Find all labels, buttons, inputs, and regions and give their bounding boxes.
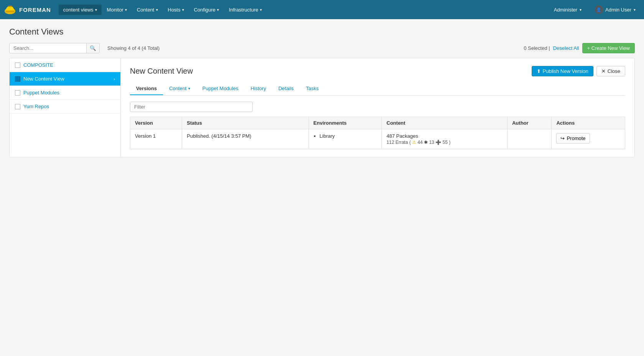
foreman-logo-icon	[4, 3, 16, 16]
page-container: Content Views 🔍 Showing 4 of 4 (4 Total)…	[0, 19, 644, 165]
yum-repos-checkbox[interactable]	[15, 104, 20, 109]
brand-logo-link[interactable]: FOREMAN	[4, 3, 51, 16]
versions-table-header: Version Status Environments Content Auth…	[130, 117, 625, 129]
sidebar: COMPOSITE New Content View › Puppet Modu…	[10, 58, 121, 157]
tab-content[interactable]: Content ▾	[163, 82, 196, 95]
content-tab-caret: ▾	[188, 86, 190, 91]
table-row: Version 1 Published. (4/15/14 3:57 PM) L…	[130, 129, 625, 149]
packages-info: 487 Packages	[386, 133, 503, 139]
svg-rect-2	[8, 6, 12, 7]
nav-user-menu[interactable]: 👤 Admin User ▾	[590, 3, 640, 16]
detail-actions: ⬆ Publish New Version ✕ Close	[532, 66, 625, 76]
col-content: Content	[382, 117, 508, 129]
row-environments: Library	[309, 129, 382, 149]
tab-versions[interactable]: Versions	[130, 82, 163, 95]
sidebar-item-puppet-modules[interactable]: Puppet Modules	[10, 86, 120, 100]
nav-infrastructure-caret: ▾	[260, 8, 262, 12]
errata-security-count: 44	[417, 140, 422, 145]
puppet-modules-checkbox[interactable]	[15, 90, 20, 96]
tab-tasks[interactable]: Tasks	[300, 82, 325, 95]
env-library: Library	[320, 133, 377, 139]
main-content-area: COMPOSITE New Content View › Puppet Modu…	[9, 58, 635, 157]
tab-history[interactable]: History	[245, 82, 272, 95]
sidebar-item-new-content-view[interactable]: New Content View ›	[10, 72, 120, 86]
errata-bug-count: 13	[429, 140, 434, 145]
env-list: Library	[320, 133, 377, 139]
administer-caret: ▾	[580, 8, 582, 12]
search-box: 🔍	[9, 43, 100, 53]
new-content-view-arrow-icon: ›	[113, 77, 115, 81]
row-actions: ↪ Promote	[552, 129, 625, 149]
composite-checkbox[interactable]	[15, 63, 20, 68]
row-version: Version 1	[130, 129, 182, 149]
tabs: Versions Content ▾ Puppet Modules Histor…	[130, 82, 625, 96]
sidebar-item-composite[interactable]: COMPOSITE	[10, 58, 120, 72]
nav-administer[interactable]: Administer ▾	[549, 5, 586, 15]
row-status: Published. (4/15/14 3:57 PM)	[182, 129, 309, 149]
selected-count: 0 Selected |	[524, 45, 550, 51]
page-title: Content Views	[9, 27, 635, 37]
close-button[interactable]: ✕ Close	[596, 66, 625, 76]
sidebar-item-yum-repos[interactable]: Yum Repos	[10, 100, 120, 114]
publish-new-version-button[interactable]: ⬆ Publish New Version	[532, 66, 593, 76]
toolbar: 🔍 Showing 4 of 4 (4 Total) 0 Selected | …	[9, 43, 635, 53]
toolbar-left: 🔍 Showing 4 of 4 (4 Total)	[9, 43, 159, 53]
col-actions: Actions	[552, 117, 625, 129]
errata-security-icon: ⚠	[412, 140, 416, 145]
errata-bug-icon: ✱	[424, 140, 428, 145]
nav-item-monitor[interactable]: Monitor ▾	[102, 5, 131, 15]
nav-right: Administer ▾ 👤 Admin User ▾	[549, 3, 640, 16]
showing-count: Showing 4 of 4 (4 Total)	[107, 45, 159, 51]
col-status: Status	[182, 117, 309, 129]
detail-panel: New Content View ⬆ Publish New Version ✕…	[121, 58, 634, 157]
nav-content-views-caret: ▾	[95, 8, 97, 12]
promote-icon: ↪	[560, 135, 565, 141]
nav-content-caret: ▾	[156, 8, 158, 12]
versions-table: Version Status Environments Content Auth…	[130, 117, 625, 149]
search-button[interactable]: 🔍	[86, 43, 99, 53]
top-navigation: FOREMAN content views ▾ Monitor ▾ Conten…	[0, 0, 644, 19]
nav-item-content[interactable]: Content ▾	[132, 5, 163, 15]
nav-hosts-caret: ▾	[182, 8, 184, 12]
sidebar-item-composite-label: COMPOSITE	[23, 62, 115, 68]
filter-input[interactable]	[130, 102, 253, 112]
sidebar-item-yum-repos-label: Yum Repos	[23, 104, 115, 109]
col-version: Version	[130, 117, 182, 129]
svg-rect-1	[5, 11, 15, 12]
toolbar-right: 0 Selected | Deselect All + Create New V…	[524, 43, 635, 53]
tab-details[interactable]: Details	[272, 82, 300, 95]
nav-item-infrastructure[interactable]: Infrastructure ▾	[224, 5, 266, 15]
sidebar-item-puppet-modules-label: Puppet Modules	[23, 90, 115, 96]
detail-header: New Content View ⬆ Publish New Version ✕…	[130, 66, 625, 76]
user-avatar-icon: 👤	[595, 5, 603, 14]
create-new-view-button[interactable]: + Create New View	[582, 43, 635, 53]
errata-enhance-icon: ➕	[435, 140, 441, 145]
close-icon: ✕	[601, 68, 606, 74]
detail-title: New Content View	[130, 67, 193, 76]
nav-item-hosts[interactable]: Hosts ▾	[163, 5, 189, 15]
nav-configure-caret: ▾	[217, 8, 219, 12]
versions-table-body: Version 1 Published. (4/15/14 3:57 PM) L…	[130, 129, 625, 149]
nav-item-configure[interactable]: Configure ▾	[189, 5, 223, 15]
sidebar-item-new-content-view-label: New Content View	[23, 76, 110, 82]
tab-puppet-modules[interactable]: Puppet Modules	[196, 82, 245, 95]
brand-name: FOREMAN	[19, 7, 51, 13]
publish-icon: ⬆	[537, 68, 541, 74]
errata-enhance-count: 55	[442, 140, 447, 145]
search-input[interactable]	[10, 43, 86, 53]
col-environments: Environments	[309, 117, 382, 129]
col-author: Author	[507, 117, 551, 129]
errata-info: 112 Errata ( ⚠ 44 ✱ 13 ➕ 55 )	[386, 140, 503, 145]
row-author	[507, 129, 551, 149]
user-menu-caret: ▾	[634, 8, 636, 12]
row-content: 487 Packages 112 Errata ( ⚠ 44 ✱ 13	[382, 129, 508, 149]
nav-item-content-views[interactable]: content views ▾	[59, 5, 102, 15]
nav-monitor-caret: ▾	[125, 8, 127, 12]
new-content-view-checkbox[interactable]	[15, 76, 20, 82]
deselect-all-link[interactable]: Deselect All	[553, 45, 579, 51]
filter-row	[130, 102, 625, 112]
promote-button[interactable]: ↪ Promote	[556, 133, 590, 143]
nav-items: content views ▾ Monitor ▾ Content ▾ Host…	[59, 5, 549, 15]
